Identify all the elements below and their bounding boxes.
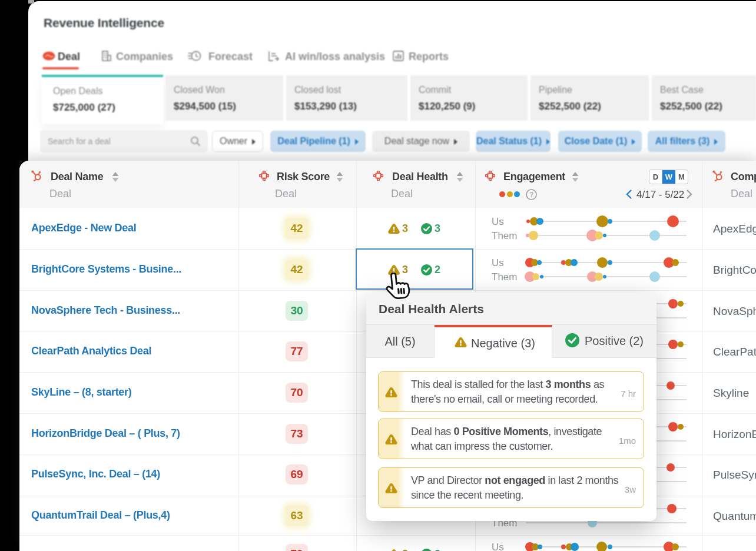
svg-text:?: ? — [529, 191, 533, 199]
